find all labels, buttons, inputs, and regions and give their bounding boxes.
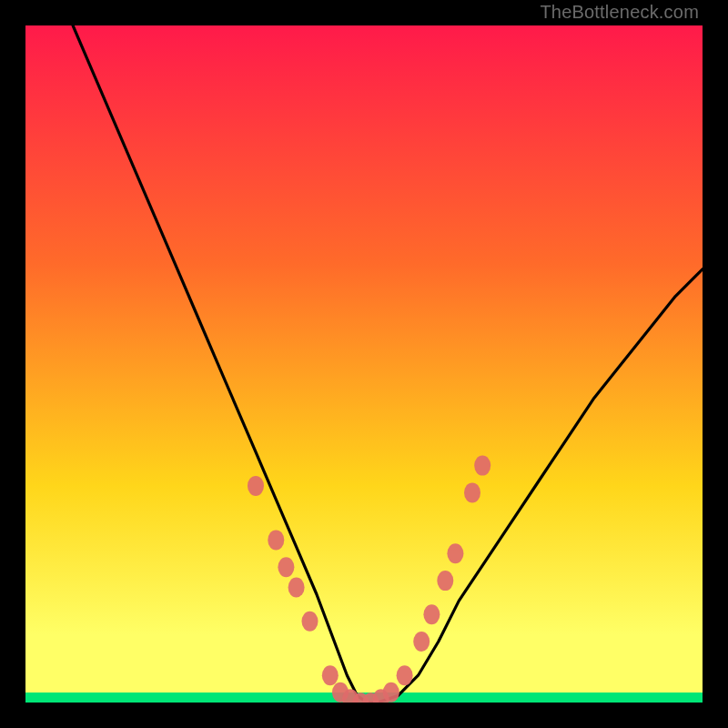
curve-marker: [447, 543, 463, 563]
curve-marker: [278, 557, 294, 577]
chart-background: [25, 25, 703, 703]
curve-marker: [268, 530, 284, 550]
curve-marker: [397, 665, 413, 685]
curve-marker: [288, 578, 305, 598]
curve-marker: [413, 632, 430, 652]
curve-marker: [423, 604, 440, 624]
chart-frame: [25, 25, 703, 703]
curve-marker: [474, 456, 490, 476]
curve-marker: [248, 476, 264, 496]
curve-marker: [437, 571, 453, 591]
curve-marker: [322, 665, 339, 685]
curve-marker: [383, 682, 399, 703]
curve-marker: [464, 482, 480, 502]
watermark-text: TheBottleneck.com: [540, 2, 699, 23]
curve-marker: [302, 612, 318, 632]
bottleneck-chart: [25, 25, 703, 703]
